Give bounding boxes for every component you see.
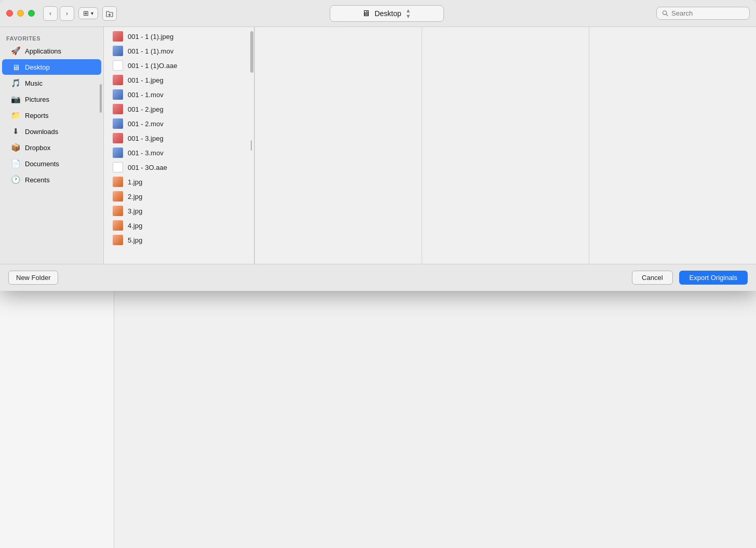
file-icon <box>112 74 124 86</box>
export-dialog-overlay: ‹ › ⊞ ▾ 🖥 Desktop ▲ ▼ <box>0 0 756 291</box>
file-icon <box>112 45 124 57</box>
file-item[interactable]: 001 - 1.mov <box>104 87 254 102</box>
file-icon <box>112 60 124 71</box>
empty-col-2 <box>254 27 422 264</box>
file-list-column: 001 - 1 (1).jpeg 001 - 1 (1).mov <box>104 27 254 264</box>
pictures-icon: 📷 <box>10 94 21 104</box>
sidebar-item-desktop[interactable]: 🖥 Desktop <box>2 59 101 75</box>
file-icon <box>112 118 124 129</box>
resize-handle[interactable] <box>251 140 252 151</box>
minimize-button[interactable] <box>17 10 24 17</box>
close-button[interactable] <box>6 10 13 17</box>
file-list: 001 - 1 (1).jpeg 001 - 1 (1).mov <box>104 27 254 264</box>
file-name: 001 - 2.mov <box>128 120 164 128</box>
cancel-button[interactable]: Cancel <box>632 271 672 285</box>
file-item[interactable]: 3.jpg <box>104 204 254 218</box>
recents-icon: 🕐 <box>10 175 21 185</box>
sidebar-item-documents[interactable]: 📄 Documents <box>2 156 101 171</box>
dialog-sidebar: Favorites 🚀 Applications 🖥 Desktop 🎵 Mus… <box>0 27 104 264</box>
dialog-bottom-bar: New Folder Cancel Export Originals <box>0 264 756 291</box>
desktop-label: Desktop <box>25 63 50 71</box>
sidebar-item-pictures[interactable]: 📷 Pictures <box>2 91 101 107</box>
file-item[interactable]: 001 - 1 (1)O.aae <box>104 58 254 73</box>
file-name: 3.jpg <box>128 207 142 215</box>
dialog-body: Favorites 🚀 Applications 🖥 Desktop 🎵 Mus… <box>0 27 756 264</box>
view-selector[interactable]: ⊞ ▾ <box>78 7 98 19</box>
location-selector[interactable]: 🖥 Desktop ▲ ▼ <box>330 5 444 22</box>
view-grid-icon: ⊞ <box>83 9 89 17</box>
music-icon: 🎵 <box>10 78 21 88</box>
file-item[interactable]: 001 - 3.mov <box>104 145 254 160</box>
export-originals-button[interactable]: Export Originals <box>679 271 748 285</box>
maximize-button[interactable] <box>28 10 35 17</box>
file-icon <box>112 191 124 202</box>
empty-col-3 <box>422 27 589 264</box>
file-icon <box>112 234 124 246</box>
file-item[interactable]: 001 - 1.jpeg <box>104 73 254 87</box>
music-label: Music <box>25 79 43 87</box>
dialog-titlebar: ‹ › ⊞ ▾ 🖥 Desktop ▲ ▼ <box>0 0 756 27</box>
file-name: 001 - 1 (1)O.aae <box>128 62 177 70</box>
recents-label: Recents <box>25 176 50 184</box>
file-name: 001 - 1.jpeg <box>128 76 164 84</box>
file-name: 2.jpg <box>128 193 142 201</box>
file-name: 001 - 3O.aae <box>128 164 167 171</box>
reports-icon: 📁 <box>10 110 21 121</box>
dialog-search-bar <box>656 7 750 20</box>
desktop-icon: 🖥 <box>10 62 21 72</box>
file-item[interactable]: 001 - 2.mov <box>104 116 254 131</box>
file-item[interactable]: 001 - 1 (1).jpeg <box>104 29 254 44</box>
new-folder-button[interactable]: New Folder <box>8 271 58 285</box>
view-dropdown-icon: ▾ <box>91 10 93 16</box>
svg-point-4 <box>663 11 666 15</box>
file-name: 001 - 2.jpeg <box>128 105 164 113</box>
dialog-file-area: 001 - 1 (1).jpeg 001 - 1 (1).mov <box>104 27 756 264</box>
file-name: 001 - 1 (1).mov <box>128 47 173 55</box>
sidebar-item-reports[interactable]: 📁 Reports <box>2 108 101 123</box>
new-folder-title-button[interactable] <box>102 6 117 21</box>
file-item[interactable]: 5.jpg <box>104 233 254 247</box>
sidebar-item-music[interactable]: 🎵 Music <box>2 75 101 91</box>
add-folder-icon <box>105 9 114 18</box>
sidebar-item-downloads[interactable]: ⬇ Downloads <box>2 124 101 139</box>
file-name: 001 - 1.mov <box>128 91 164 99</box>
file-icon <box>112 103 124 115</box>
dialog-nav: ‹ › <box>43 6 74 21</box>
file-item[interactable]: 001 - 1 (1).mov <box>104 44 254 58</box>
documents-label: Documents <box>25 160 59 168</box>
file-list-scrollbar-thumb <box>250 31 253 73</box>
file-item[interactable]: 4.jpg <box>104 218 254 233</box>
file-item[interactable]: 001 - 3.jpeg <box>104 131 254 145</box>
svg-line-5 <box>666 15 668 16</box>
file-name: 001 - 3.jpeg <box>128 135 164 142</box>
export-dialog: ‹ › ⊞ ▾ 🖥 Desktop ▲ ▼ <box>0 0 756 291</box>
file-icon <box>112 132 124 144</box>
file-item[interactable]: 1.jpg <box>104 175 254 189</box>
empty-col-4 <box>589 27 756 264</box>
applications-label: Applications <box>25 47 61 55</box>
dialog-search-input[interactable] <box>671 9 744 17</box>
location-arrows-icon: ▲ ▼ <box>406 8 411 19</box>
file-name: 4.jpg <box>128 222 142 230</box>
file-item[interactable]: 001 - 2.jpeg <box>104 102 254 116</box>
back-button[interactable]: ‹ <box>43 6 58 21</box>
downloads-icon: ⬇ <box>10 126 21 137</box>
file-name: 1.jpg <box>128 178 142 186</box>
sidebar-item-recents[interactable]: 🕐 Recents <box>2 172 101 188</box>
applications-icon: 🚀 <box>10 46 21 56</box>
sidebar-scroll-thumb <box>100 84 102 113</box>
file-icon <box>112 162 124 173</box>
file-item[interactable]: 2.jpg <box>104 189 254 204</box>
forward-button[interactable]: › <box>60 6 74 21</box>
file-item[interactable]: 001 - 3O.aae <box>104 160 254 175</box>
location-icon: 🖥 <box>362 9 370 18</box>
reports-label: Reports <box>25 112 49 119</box>
dialog-search-icon <box>662 10 668 17</box>
documents-icon: 📄 <box>10 158 21 169</box>
file-icon <box>112 147 124 158</box>
location-name: Desktop <box>374 9 401 18</box>
file-name: 001 - 1 (1).jpeg <box>128 33 173 41</box>
sidebar-item-dropbox[interactable]: 📦 Dropbox <box>2 140 101 155</box>
sidebar-item-applications[interactable]: 🚀 Applications <box>2 43 101 59</box>
dropbox-label: Dropbox <box>25 144 50 152</box>
